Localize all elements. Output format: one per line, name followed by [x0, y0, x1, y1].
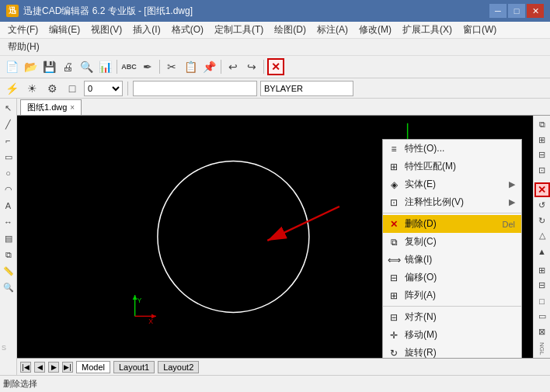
lt-hatch[interactable]: ▤: [1, 231, 16, 246]
menu-dimension[interactable]: 标注(A): [312, 22, 353, 38]
nav-prev[interactable]: ◀: [34, 362, 45, 373]
tab-layout1[interactable]: Layout1: [113, 361, 155, 373]
tb-open[interactable]: 📂: [22, 58, 39, 75]
nav-last[interactable]: ▶|: [62, 362, 73, 373]
title-controls: ─ □ ✕: [489, 4, 544, 18]
rt-btn12[interactable]: ▭: [534, 309, 550, 324]
cm-copy[interactable]: ⧉ 复制(C): [383, 233, 521, 251]
rt-btn1[interactable]: ⧉: [534, 117, 550, 132]
cm-entity[interactable]: ◈ 实体(E) ▶: [383, 175, 521, 193]
menu-view[interactable]: 视图(V): [86, 22, 127, 38]
nav-next[interactable]: ▶: [48, 362, 59, 373]
menu-edit[interactable]: 编辑(E): [44, 22, 85, 38]
cm-delete[interactable]: ✕ 删除(D) Del: [383, 215, 521, 233]
rt-btn11[interactable]: □: [534, 293, 550, 308]
title-bar: 迅 迅捷CAD编辑器 6.2 专业版 - [图纸1.dwg] ─ □ ✕: [0, 0, 550, 22]
cm-align[interactable]: ⊟ 对齐(N): [383, 308, 521, 326]
sep3: [221, 60, 221, 74]
cm-annoscale[interactable]: ⊡ 注释性比例(V) ▶: [383, 193, 521, 211]
cm-array[interactable]: ⊞ 阵列(A): [383, 286, 521, 304]
lt-text[interactable]: A: [1, 198, 16, 213]
svg-text:X: X: [148, 317, 153, 325]
menu-draw[interactable]: 绘图(D): [270, 22, 311, 38]
tb-redo[interactable]: ↪: [243, 58, 260, 75]
minimize-button[interactable]: ─: [489, 4, 506, 18]
sep5: [127, 82, 128, 95]
tb-plot[interactable]: 📊: [96, 58, 113, 75]
tab-bar: 图纸1.dwg ×: [17, 99, 550, 116]
tab-label: 图纸1.dwg: [27, 102, 67, 113]
layer-btn4[interactable]: □: [64, 80, 81, 97]
nav-first[interactable]: |◀: [20, 362, 31, 373]
rt-btn9[interactable]: ⊞: [534, 263, 550, 278]
lt-circle[interactable]: ○: [1, 165, 16, 181]
layer-btn1[interactable]: ⚡: [3, 80, 20, 97]
tb-save[interactable]: 💾: [40, 58, 57, 75]
cm-copy-label: 复制(C): [405, 235, 437, 248]
cm-offset-label: 偏移(O): [405, 271, 437, 284]
lt-block[interactable]: ⧉: [1, 247, 16, 262]
tb-paste[interactable]: 📌: [200, 58, 218, 75]
cm-match[interactable]: ⊞ 特性匹配(M): [383, 158, 521, 175]
layer-number-select[interactable]: 0: [84, 81, 123, 96]
cm-move[interactable]: ✛ 移动(M): [383, 326, 521, 344]
menu-window[interactable]: 窗口(W): [458, 22, 501, 38]
drawing-wrapper: Y X ≡ 特性(O)...: [17, 116, 550, 358]
cm-rotate[interactable]: ↻ 旋转(R): [383, 344, 521, 358]
menu-insert[interactable]: 插入(I): [128, 22, 165, 38]
rt-btn5[interactable]: ↺: [534, 198, 550, 213]
tb-spell[interactable]: ✒: [139, 58, 156, 75]
tab-layout2[interactable]: Layout2: [158, 361, 199, 373]
menu-modify[interactable]: 修改(M): [354, 22, 396, 38]
lt-rect[interactable]: ▭: [1, 149, 16, 165]
tb-cancel-red[interactable]: ✕: [267, 58, 284, 75]
status-bar: 删除选择: [0, 375, 550, 392]
rt-btn8[interactable]: ▲: [534, 244, 550, 258]
layer-btn3[interactable]: ⚙: [44, 80, 61, 97]
cm-delete-label: 删除(D): [405, 217, 437, 231]
rt-btn4[interactable]: ⊡: [534, 163, 550, 178]
tb-print[interactable]: 🖨: [59, 58, 76, 75]
tb-cut[interactable]: ✂: [163, 58, 180, 75]
cm-properties[interactable]: ≡ 特性(O)...: [383, 140, 521, 158]
rt-btn2[interactable]: ⊞: [534, 133, 550, 147]
tab-drawing1[interactable]: 图纸1.dwg ×: [20, 99, 82, 115]
lt-line[interactable]: ╱: [1, 116, 16, 132]
layer-name-input[interactable]: [133, 81, 257, 96]
cm-entity-label: 实体(E): [405, 178, 436, 191]
tb-abc[interactable]: ABC: [120, 58, 138, 75]
menu-format[interactable]: 格式(O): [167, 22, 208, 38]
menu-file[interactable]: 文件(F): [3, 22, 43, 38]
tb-undo[interactable]: ↩: [225, 58, 242, 75]
tb-preview[interactable]: 🔍: [78, 58, 95, 75]
menu-tools[interactable]: 定制工具(T): [210, 22, 268, 38]
cm-offset[interactable]: ⊟ 偏移(O): [383, 269, 521, 286]
maximize-button[interactable]: □: [508, 4, 525, 18]
lt-measure[interactable]: 📏: [1, 263, 16, 279]
menu-help[interactable]: 帮助(H): [3, 39, 44, 55]
lt-dim[interactable]: ↔: [1, 214, 16, 230]
cm-mirror[interactable]: ⟺ 镜像(I): [383, 251, 521, 269]
menu-extend[interactable]: 扩展工具(X): [398, 22, 457, 38]
tb-new[interactable]: 📄: [3, 58, 20, 75]
rt-btn10[interactable]: ⊟: [534, 279, 550, 293]
lt-arc[interactable]: ◠: [1, 182, 16, 197]
lt-zoom[interactable]: 🔍: [1, 279, 16, 295]
tb-copy[interactable]: 📋: [182, 58, 199, 75]
rt-btn7[interactable]: △: [534, 228, 550, 243]
rt-close-red[interactable]: ✕: [534, 182, 550, 197]
lt-select[interactable]: ↖: [1, 100, 16, 116]
lt-polyline[interactable]: ⌐: [1, 133, 16, 148]
rt-btn13[interactable]: ⊠: [534, 324, 550, 339]
lt-bottom1: S: [2, 344, 6, 352]
copy-icon: ⧉: [388, 237, 400, 248]
tab-close-btn[interactable]: ×: [70, 103, 75, 112]
close-button[interactable]: ✕: [527, 4, 544, 18]
cm-properties-label: 特性(O)...: [405, 142, 444, 155]
tab-model[interactable]: Model: [76, 361, 110, 373]
rt-btn3[interactable]: ⊟: [534, 148, 550, 163]
layer-btn2[interactable]: ☀: [23, 80, 40, 97]
rotate-icon: ↻: [388, 348, 400, 359]
rt-btn6[interactable]: ↻: [534, 213, 550, 228]
drawing-area[interactable]: Y X ≡ 特性(O)...: [17, 116, 533, 358]
